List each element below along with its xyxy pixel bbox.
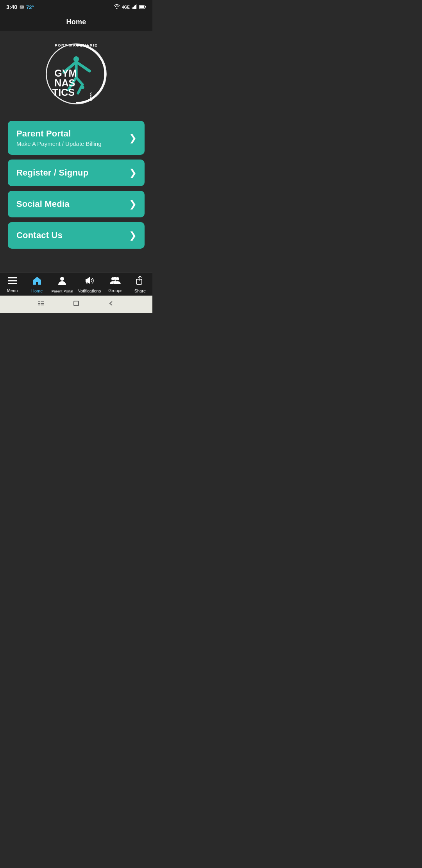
svg-rect-2 — [134, 6, 135, 9]
contact-us-title: Contact Us — [16, 230, 63, 240]
svg-rect-4 — [136, 4, 137, 9]
svg-rect-0 — [132, 7, 133, 9]
register-signup-content: Register / Signup — [16, 168, 88, 178]
svg-point-31 — [114, 277, 117, 280]
svg-rect-6 — [139, 5, 144, 8]
nav-item-home[interactable]: Home — [27, 276, 47, 293]
signal-icon — [132, 4, 137, 10]
home-icon — [32, 276, 42, 287]
social-media-content: Social Media — [16, 199, 70, 209]
nav-label-groups: Groups — [108, 288, 122, 293]
register-signup-button[interactable]: Register / Signup ❯ — [8, 160, 145, 186]
club-logo: PORT MACQUARIE GYM NAS TICS CLUB — [41, 39, 111, 109]
parent-portal-title: Parent Portal — [16, 129, 102, 139]
social-media-button[interactable]: Social Media ❯ — [8, 191, 145, 217]
nav-item-groups[interactable]: Groups — [105, 276, 125, 293]
nav-label-parent-portal: Parent Portal — [52, 289, 73, 293]
svg-rect-27 — [86, 279, 87, 282]
svg-rect-32 — [136, 279, 142, 284]
page-title: Home — [66, 18, 86, 26]
parent-portal-content: Parent Portal Make A Payment / Update Bi… — [16, 129, 102, 147]
svg-rect-23 — [8, 280, 17, 282]
temperature-display: 72° — [26, 4, 34, 10]
parent-portal-chevron: ❯ — [129, 133, 137, 143]
status-right: 4GE — [114, 4, 146, 10]
contact-us-content: Contact Us — [16, 230, 63, 240]
svg-rect-24 — [8, 283, 17, 284]
android-nav — [0, 296, 152, 313]
register-signup-title: Register / Signup — [16, 168, 88, 178]
parent-portal-button[interactable]: Parent Portal Make A Payment / Update Bi… — [8, 121, 145, 155]
logo-area: PORT MACQUARIE GYM NAS TICS CLUB — [0, 31, 152, 121]
main-content: Parent Portal Make A Payment / Update Bi… — [0, 121, 152, 273]
register-signup-chevron: ❯ — [129, 167, 137, 178]
nav-item-share[interactable]: Share — [130, 276, 150, 293]
svg-rect-7 — [145, 6, 146, 7]
battery-icon — [139, 5, 146, 10]
nav-label-notifications: Notifications — [77, 289, 101, 293]
bottom-nav: Menu Home Parent Portal — [0, 273, 152, 296]
android-recents-icon[interactable] — [38, 300, 45, 309]
nav-item-parent-portal[interactable]: Parent Portal — [52, 276, 73, 293]
contact-us-chevron: ❯ — [129, 230, 137, 241]
nav-label-share: Share — [134, 289, 146, 293]
wifi-icon — [114, 4, 120, 10]
svg-rect-1 — [133, 7, 134, 9]
android-home-icon[interactable] — [73, 300, 80, 309]
svg-text:PORT MACQUARIE: PORT MACQUARIE — [55, 43, 98, 47]
social-media-title: Social Media — [16, 199, 70, 209]
svg-point-16 — [81, 86, 84, 89]
menu-icon — [8, 276, 17, 287]
nav-label-menu: Menu — [7, 288, 18, 293]
parent-portal-subtitle: Make A Payment / Update Billing — [16, 140, 102, 147]
person-icon — [58, 276, 66, 287]
contact-us-button[interactable]: Contact Us ❯ — [8, 222, 145, 249]
svg-rect-3 — [135, 5, 136, 9]
megaphone-icon — [84, 276, 94, 287]
android-back-icon[interactable] — [108, 300, 115, 309]
nav-label-home: Home — [31, 289, 43, 293]
content-spacer — [8, 253, 145, 265]
nav-item-notifications[interactable]: Notifications — [77, 276, 101, 293]
svg-point-25 — [60, 277, 64, 281]
app-header: Home — [0, 14, 152, 31]
svg-rect-40 — [74, 301, 79, 306]
network-type-display: 4GE — [122, 5, 130, 9]
share-icon — [136, 276, 144, 287]
svg-rect-22 — [8, 277, 17, 278]
social-media-chevron: ❯ — [129, 199, 137, 210]
nav-item-menu[interactable]: Menu — [2, 276, 23, 293]
svg-text:CLUB: CLUB — [89, 92, 93, 101]
mail-icon: ✉ — [20, 4, 24, 10]
svg-text:TICS: TICS — [52, 87, 75, 98]
svg-rect-28 — [86, 282, 88, 283]
status-left: 3:40 ✉ 72° — [6, 4, 34, 10]
time-display: 3:40 — [6, 4, 17, 10]
status-bar: 3:40 ✉ 72° 4GE — [0, 0, 152, 14]
groups-icon — [110, 276, 121, 287]
